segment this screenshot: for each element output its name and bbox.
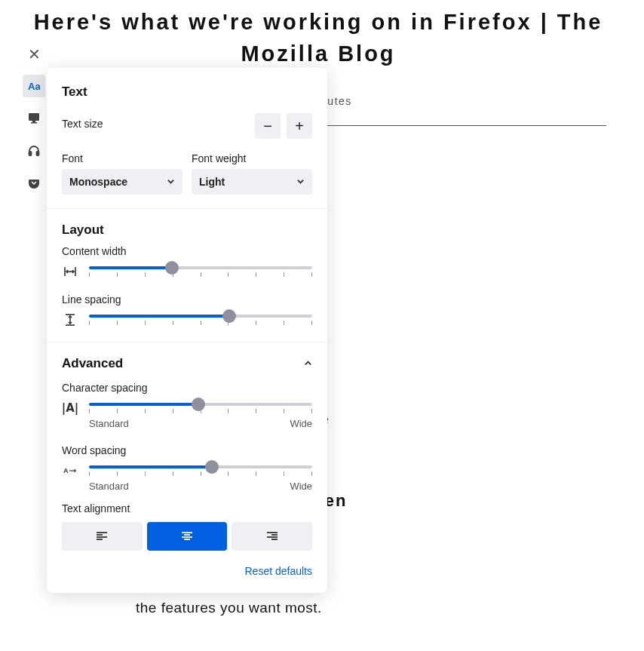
reader-toolbar: ✕ Aa: [23, 45, 45, 195]
line-spacing-icon: [62, 313, 78, 327]
align-center-button[interactable]: [147, 522, 228, 551]
content-width-icon: [62, 265, 78, 278]
character-spacing-slider[interactable]: [89, 403, 312, 413]
slider-label-max: Wide: [290, 418, 312, 429]
word-spacing-slider[interactable]: [89, 465, 312, 476]
chevron-down-icon: [167, 176, 175, 188]
section-divider: [47, 342, 327, 342]
svg-rect-3: [31, 122, 37, 124]
section-divider: [47, 208, 327, 209]
advanced-section-toggle[interactable]: Advanced: [62, 356, 312, 371]
type-icon[interactable]: Aa: [23, 75, 45, 97]
font-select-value: Monospace: [69, 176, 127, 188]
word-spacing-label: Word spacing: [62, 444, 312, 456]
svg-rect-5: [37, 152, 39, 155]
svg-rect-2: [32, 121, 35, 122]
text-section-title: Text: [62, 84, 312, 100]
decrease-text-button[interactable]: −: [255, 113, 281, 139]
character-spacing-label: Character spacing: [62, 382, 312, 394]
line-spacing-slider[interactable]: [89, 315, 312, 325]
chevron-up-icon: [304, 357, 312, 370]
svg-rect-4: [29, 152, 32, 155]
slider-label-min: Standard: [89, 418, 129, 429]
word-spacing-icon: A: [62, 464, 78, 478]
font-select[interactable]: Monospace: [62, 169, 182, 195]
line-spacing-label: Line spacing: [62, 293, 312, 306]
headphones-icon[interactable]: [23, 140, 45, 162]
pocket-icon[interactable]: [23, 172, 45, 195]
font-weight-label: Font weight: [192, 152, 312, 164]
slider-label-max: Wide: [290, 481, 312, 492]
chevron-down-icon: [296, 176, 305, 188]
layout-section-title: Layout: [62, 223, 312, 238]
theme-icon[interactable]: [23, 107, 45, 130]
text-size-label: Text size: [62, 118, 103, 130]
advanced-section-title: Advanced: [62, 356, 123, 371]
slider-label-min: Standard: [89, 481, 129, 492]
font-weight-select[interactable]: Light: [192, 169, 312, 195]
reset-defaults-link[interactable]: Reset defaults: [245, 565, 313, 577]
svg-rect-1: [29, 113, 39, 121]
font-weight-select-value: Light: [199, 176, 225, 188]
character-spacing-icon: |A|: [62, 401, 78, 415]
increase-text-button[interactable]: +: [287, 113, 312, 139]
svg-text:A: A: [63, 467, 69, 474]
font-label: Font: [62, 152, 182, 164]
close-icon[interactable]: ✕: [28, 45, 41, 63]
content-width-slider[interactable]: [89, 266, 312, 277]
align-left-button[interactable]: [62, 522, 143, 551]
content-width-label: Content width: [62, 245, 312, 257]
article-title: Here's what we're working on in Firefox …: [30, 0, 606, 69]
text-alignment-label: Text alignment: [62, 502, 312, 514]
align-right-button[interactable]: [232, 522, 312, 551]
article-paragraph: vity boosters like: [136, 647, 606, 651]
svg-text:Aa: Aa: [28, 81, 40, 92]
reader-settings-panel: Text Text size − + Font Monospace Font w…: [47, 68, 327, 593]
